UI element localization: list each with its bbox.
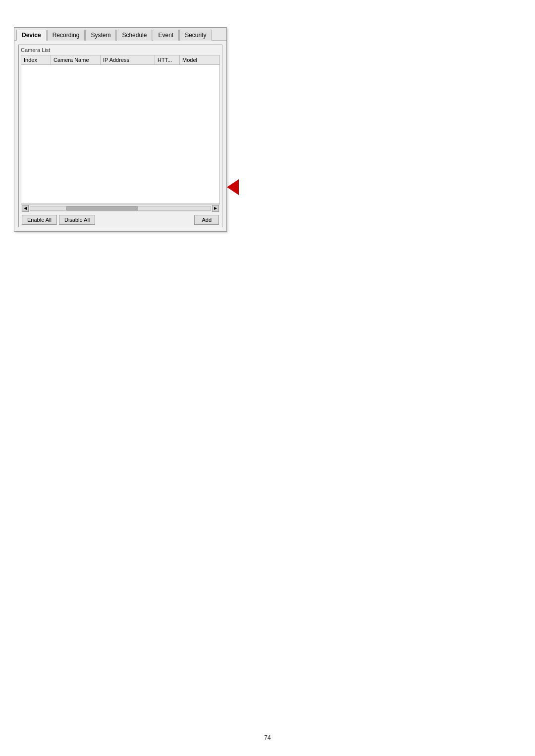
col-header-ip-address: IP Address bbox=[101, 55, 155, 64]
scroll-thumb[interactable] bbox=[66, 206, 139, 210]
tab-device[interactable]: Device bbox=[16, 30, 47, 41]
button-row: Enable All Disable All Add bbox=[21, 215, 220, 225]
arrow-head-icon bbox=[227, 179, 239, 195]
col-header-camera-name: Camera Name bbox=[51, 55, 101, 64]
page-number: 74 bbox=[264, 734, 270, 741]
col-header-htt: HTT... bbox=[155, 55, 180, 64]
tab-bar: Device Recording System Schedule Event S… bbox=[14, 28, 226, 41]
tab-event[interactable]: Event bbox=[153, 30, 179, 41]
dialog-box: Device Recording System Schedule Event S… bbox=[14, 27, 227, 232]
page-container: Device Recording System Schedule Event S… bbox=[0, 0, 535, 756]
tab-recording[interactable]: Recording bbox=[47, 30, 85, 41]
table-body bbox=[21, 65, 219, 203]
tab-security[interactable]: Security bbox=[179, 30, 212, 41]
scroll-track[interactable] bbox=[30, 206, 211, 211]
horizontal-scrollbar: ◀ ▶ bbox=[21, 204, 220, 212]
tab-schedule[interactable]: Schedule bbox=[116, 30, 152, 41]
camera-table: Index Camera Name IP Address HTT... Mode… bbox=[21, 55, 220, 204]
camera-list-title: Camera List bbox=[21, 47, 220, 53]
content-area: Camera List Index Camera Name IP Address… bbox=[14, 41, 226, 231]
col-header-index: Index bbox=[21, 55, 51, 64]
scroll-left-button[interactable]: ◀ bbox=[22, 205, 29, 212]
add-button[interactable]: Add bbox=[194, 215, 219, 225]
disable-all-button[interactable]: Disable All bbox=[59, 215, 95, 225]
camera-list-group: Camera List Index Camera Name IP Address… bbox=[18, 45, 222, 227]
col-header-model: Model bbox=[180, 55, 219, 64]
enable-all-button[interactable]: Enable All bbox=[22, 215, 57, 225]
table-header: Index Camera Name IP Address HTT... Mode… bbox=[21, 55, 219, 65]
tab-system[interactable]: System bbox=[85, 30, 116, 41]
scroll-right-button[interactable]: ▶ bbox=[212, 205, 219, 212]
